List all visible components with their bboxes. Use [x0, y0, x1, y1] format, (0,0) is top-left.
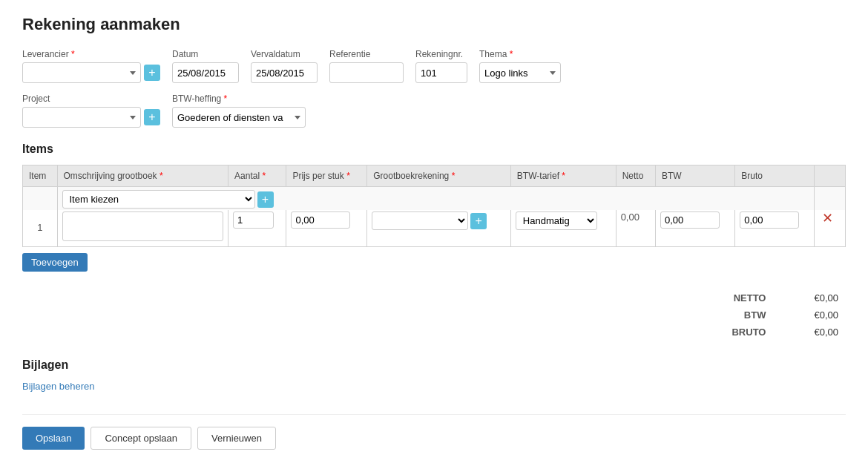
btw-heffing-label: BTW-heffing *: [172, 94, 306, 104]
item-select-action-cell: [815, 187, 846, 211]
items-table-header: Item Omschrijving grootboek * Aantal * P…: [23, 165, 846, 187]
col-omschrijving: Omschrijving grootboek *: [57, 165, 228, 187]
item-select-cell: [23, 187, 58, 211]
rekeningnr-input[interactable]: [415, 62, 467, 83]
rekeningnr-group: Rekeningnr.: [415, 49, 467, 83]
col-bruto: Bruto: [735, 165, 815, 187]
project-add-button[interactable]: +: [144, 109, 160, 125]
items-section: Items Item Omschrijving grootboek * Aant…: [22, 142, 846, 272]
totals-netto-row: NETTO €0,00: [683, 289, 846, 306]
item-select-add-button[interactable]: +: [257, 191, 274, 208]
totals-bruto-row: BRUTO €0,00: [683, 324, 846, 341]
item-select-row: Item kiezen +: [23, 187, 846, 211]
item-select-group: Item kiezen +: [62, 190, 810, 209]
rekeningnr-label: Rekeningnr.: [415, 49, 467, 59]
project-group: Project +: [22, 94, 160, 128]
totals-table: NETTO €0,00 BTW €0,00 BRUTO €0,00: [683, 289, 846, 341]
save-button[interactable]: Opslaan: [22, 427, 85, 450]
vervaldatum-input[interactable]: [251, 62, 318, 83]
form-row-2: Project + BTW-heffing * Goederen of dien…: [22, 94, 846, 128]
btw-cell: [656, 210, 735, 247]
grootboek-select-group: +: [372, 211, 506, 230]
leverancier-select[interactable]: [22, 62, 141, 83]
prijs-input[interactable]: [291, 211, 350, 229]
leverancier-add-button[interactable]: +: [144, 65, 160, 81]
item-kiezen-select[interactable]: Item kiezen: [62, 190, 255, 209]
thema-select[interactable]: Logo links: [479, 62, 561, 83]
bruto-total-value: €0,00: [773, 324, 846, 341]
form-section: Leverancier * + Datum Vervaldatum Refere…: [22, 49, 846, 128]
netto-total-value: €0,00: [773, 289, 846, 306]
btw-heffing-group: BTW-heffing * Goederen of diensten va: [172, 94, 306, 128]
col-netto: Netto: [616, 165, 655, 187]
grootboek-cell: +: [367, 210, 511, 247]
remove-cell: ✕: [815, 210, 846, 247]
referentie-label: Referentie: [329, 49, 404, 59]
items-table: Item Omschrijving grootboek * Aantal * P…: [22, 165, 846, 247]
col-aantal: Aantal *: [228, 165, 286, 187]
thema-group: Thema * Logo links: [479, 49, 561, 83]
btw-total-label: BTW: [683, 306, 773, 324]
grootboek-add-button[interactable]: +: [470, 213, 487, 229]
datum-group: Datum: [172, 49, 239, 83]
referentie-group: Referentie: [329, 49, 404, 83]
col-prijs: Prijs per stuk *: [286, 165, 367, 187]
items-title: Items: [22, 142, 846, 156]
row-number-cell: 1: [23, 210, 58, 247]
aantal-input[interactable]: [233, 211, 274, 229]
renew-button[interactable]: Vernieuwen: [197, 427, 276, 450]
bruto-cell: [735, 210, 815, 247]
netto-total-label: NETTO: [683, 289, 773, 306]
col-grootboek: Grootboekrekening *: [367, 165, 511, 187]
totals-section: NETTO €0,00 BTW €0,00 BRUTO €0,00: [22, 289, 846, 341]
leverancier-group: Leverancier * +: [22, 49, 160, 83]
item-select-dropdown-cell: Item kiezen +: [57, 187, 815, 211]
btw-tarief-cell: Handmatig: [510, 210, 616, 247]
omschrijving-textarea[interactable]: [62, 211, 224, 241]
datum-label: Datum: [172, 49, 239, 59]
btw-heffing-select[interactable]: Goederen of diensten va: [172, 107, 306, 128]
datum-input[interactable]: [172, 62, 239, 83]
col-btw: BTW: [656, 165, 735, 187]
items-table-wrapper: Item Omschrijving grootboek * Aantal * P…: [22, 165, 846, 247]
col-btw-tarief: BTW-tarief *: [510, 165, 616, 187]
remove-row-button[interactable]: ✕: [819, 211, 836, 225]
project-select[interactable]: [22, 107, 141, 128]
col-item: Item: [23, 165, 58, 187]
form-row-1: Leverancier * + Datum Vervaldatum Refere…: [22, 49, 846, 83]
leverancier-label: Leverancier *: [22, 49, 160, 59]
col-actions: [815, 165, 846, 187]
netto-value: 0,00: [621, 211, 645, 223]
bijlagen-beheren-link[interactable]: Bijlagen beheren: [22, 381, 95, 392]
totals-btw-row: BTW €0,00: [683, 306, 846, 324]
page-title: Rekening aanmaken: [22, 15, 846, 34]
items-header-row: Item Omschrijving grootboek * Aantal * P…: [23, 165, 846, 187]
bruto-total-label: BRUTO: [683, 324, 773, 341]
aantal-cell: [228, 210, 286, 247]
vervaldatum-group: Vervaldatum: [251, 49, 318, 83]
bijlagen-section: Bijlagen Bijlagen beheren: [22, 358, 846, 392]
btw-total-value: €0,00: [773, 306, 846, 324]
thema-label: Thema *: [479, 49, 561, 59]
project-input-group: +: [22, 107, 160, 128]
items-table-body: Item kiezen + 1: [23, 187, 846, 247]
prijs-cell: [286, 210, 367, 247]
project-label: Project: [22, 94, 160, 104]
netto-cell: 0,00: [616, 210, 655, 247]
table-row: 1: [23, 210, 846, 247]
btw-input[interactable]: [660, 211, 720, 229]
leverancier-input-group: +: [22, 62, 160, 83]
bijlagen-title: Bijlagen: [22, 358, 846, 372]
omschrijving-cell: [57, 210, 228, 247]
concept-save-button[interactable]: Concept opslaan: [91, 427, 191, 450]
btw-tarief-select[interactable]: Handmatig: [516, 211, 597, 230]
bruto-input[interactable]: [740, 211, 799, 229]
toevoegen-button[interactable]: Toevoegen: [22, 253, 88, 272]
referentie-input[interactable]: [329, 62, 404, 83]
bottom-buttons: Opslaan Concept opslaan Vernieuwen: [22, 414, 846, 450]
grootboek-select[interactable]: [372, 211, 468, 230]
vervaldatum-label: Vervaldatum: [251, 49, 318, 59]
